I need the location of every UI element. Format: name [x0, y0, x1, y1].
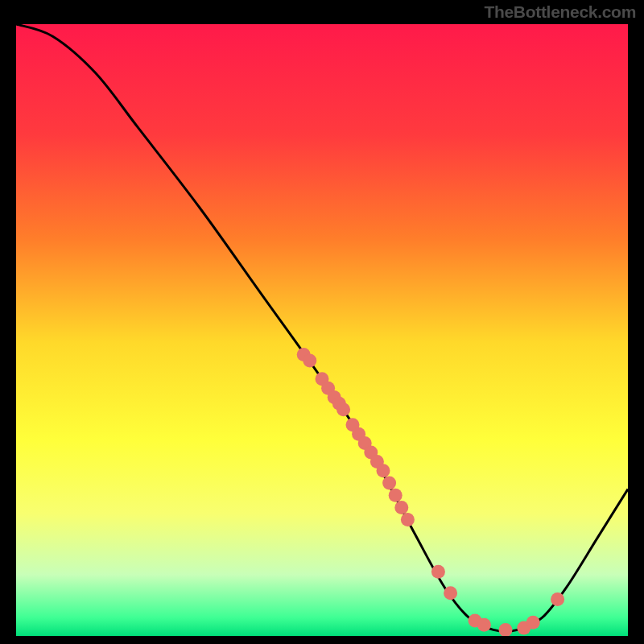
data-point	[303, 354, 316, 368]
data-point	[382, 477, 396, 490]
data-point	[394, 501, 408, 514]
data-point	[389, 489, 402, 502]
chart-plot-area	[16, 24, 628, 636]
bottleneck-chart	[16, 24, 628, 636]
data-point	[444, 586, 457, 600]
data-point	[377, 464, 390, 477]
watermark-text: TheBottleneck.com	[484, 2, 636, 22]
chart-background	[16, 24, 628, 636]
data-point	[401, 513, 415, 526]
data-point	[431, 565, 445, 579]
data-point	[477, 618, 491, 632]
data-point	[336, 402, 350, 416]
data-point	[551, 592, 564, 606]
data-point	[526, 616, 540, 630]
